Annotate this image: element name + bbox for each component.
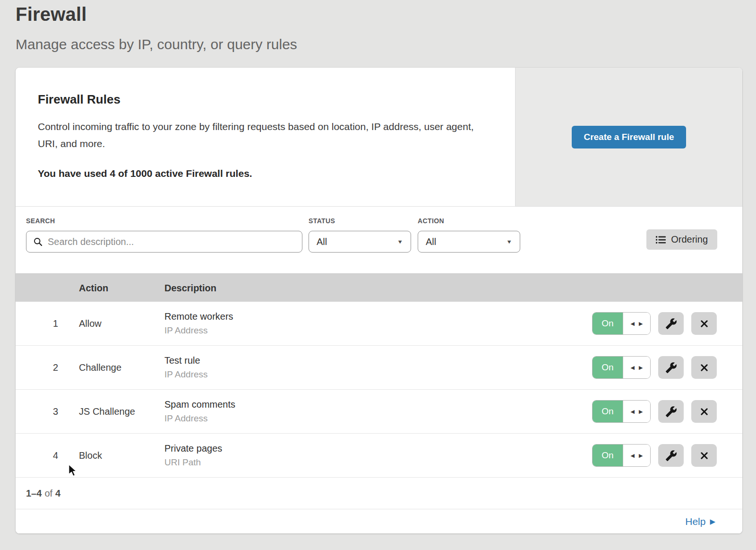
- wrench-icon: [665, 318, 677, 330]
- pagination-total: 4: [55, 488, 60, 499]
- intro-section: Firewall Rules Control incoming traffic …: [16, 68, 742, 207]
- toggle-arrows-icon: ◀ ▶: [623, 357, 650, 378]
- table-row: 1 Allow Remote workers IP Address On ◀ ▶: [16, 302, 742, 346]
- ordering-list-icon: [656, 236, 666, 244]
- rule-field-type: IP Address: [164, 413, 235, 424]
- delete-rule-button[interactable]: [691, 400, 717, 423]
- create-firewall-rule-button[interactable]: Create a Firewall rule: [572, 126, 686, 148]
- rule-action: Block: [79, 450, 102, 461]
- search-input[interactable]: [48, 236, 295, 247]
- card-footer: Help ▶: [16, 509, 742, 533]
- delete-rule-button[interactable]: [691, 356, 717, 379]
- toggle-arrows-icon: ◀ ▶: [623, 445, 650, 466]
- rule-action: Challenge: [79, 362, 121, 373]
- edit-rule-button[interactable]: [658, 312, 684, 335]
- usage-summary: You have used 4 of 1000 active Firewall …: [38, 168, 487, 179]
- rule-description: Test rule IP Address: [164, 355, 208, 380]
- help-link-label: Help: [685, 516, 705, 527]
- search-label: SEARCH: [26, 217, 302, 225]
- pagination-bar: 1–4 of 4: [16, 478, 742, 509]
- rule-description: Spam comments IP Address: [164, 399, 235, 424]
- close-icon: [699, 451, 709, 461]
- rule-priority: 2: [34, 362, 58, 373]
- toggle-on-label: On: [593, 313, 623, 334]
- edit-rule-button[interactable]: [658, 400, 684, 423]
- delete-rule-button[interactable]: [691, 444, 717, 467]
- rule-enabled-toggle[interactable]: On ◀ ▶: [592, 444, 651, 467]
- status-select[interactable]: All ▼: [309, 231, 411, 253]
- delete-rule-button[interactable]: [691, 312, 717, 335]
- toggle-arrows-icon: ◀ ▶: [623, 401, 650, 422]
- rule-enabled-toggle[interactable]: On ◀ ▶: [592, 356, 651, 379]
- action-select[interactable]: All ▼: [418, 231, 520, 253]
- table-row: 4 Block Private pages URI Path On ◀ ▶: [16, 434, 742, 478]
- page-header: Firewall Manage access by IP, country, o…: [16, 4, 297, 52]
- rule-description: Remote workers IP Address: [164, 311, 233, 336]
- page-title: Firewall: [16, 4, 297, 25]
- table-header: Action Description: [16, 273, 742, 302]
- rule-field-type: IP Address: [164, 325, 233, 336]
- wrench-icon: [665, 450, 677, 462]
- chevron-down-icon: ▼: [397, 239, 403, 245]
- table-row: 2 Challenge Test rule IP Address On ◀ ▶: [16, 346, 742, 390]
- rule-action: Allow: [79, 318, 102, 329]
- close-icon: [699, 363, 709, 373]
- toggle-arrows-icon: ◀ ▶: [623, 313, 650, 334]
- intro-text-panel: Firewall Rules Control incoming traffic …: [16, 68, 515, 206]
- search-box[interactable]: [26, 231, 302, 253]
- rule-description-title: Private pages: [164, 443, 222, 454]
- help-link[interactable]: Help ▶: [685, 516, 715, 527]
- toggle-on-label: On: [593, 357, 623, 378]
- section-heading: Firewall Rules: [38, 92, 487, 107]
- close-icon: [699, 407, 709, 417]
- toggle-on-label: On: [593, 445, 623, 466]
- wrench-icon: [665, 406, 677, 418]
- create-rule-panel: Create a Firewall rule: [515, 68, 742, 206]
- pagination-range: 1–4: [26, 488, 42, 499]
- rule-description-title: Spam comments: [164, 399, 235, 410]
- rule-field-type: URI Path: [164, 457, 222, 468]
- column-header-action: Action: [79, 282, 108, 293]
- rule-priority: 1: [34, 318, 58, 329]
- search-icon: [33, 237, 43, 247]
- rule-description-title: Remote workers: [164, 311, 233, 322]
- edit-rule-button[interactable]: [658, 356, 684, 379]
- rule-priority: 3: [34, 406, 58, 417]
- wrench-icon: [665, 362, 677, 374]
- action-filter-group: ACTION All ▼: [418, 217, 520, 253]
- ordering-button-label: Ordering: [671, 234, 708, 245]
- rule-description-title: Test rule: [164, 355, 208, 366]
- rule-action: JS Challenge: [79, 406, 135, 417]
- status-select-value: All: [317, 236, 327, 247]
- rule-enabled-toggle[interactable]: On ◀ ▶: [592, 312, 651, 335]
- search-filter-group: SEARCH: [26, 217, 302, 253]
- page-subtitle: Manage access by IP, country, or query r…: [16, 36, 297, 52]
- action-select-value: All: [426, 236, 436, 247]
- help-arrow-icon: ▶: [710, 517, 715, 526]
- filters-bar: SEARCH STATUS All ▼ ACTION: [16, 207, 742, 273]
- toggle-on-label: On: [593, 401, 623, 422]
- column-header-description: Description: [164, 282, 216, 293]
- rule-description: Private pages URI Path: [164, 443, 222, 468]
- action-label: ACTION: [418, 217, 520, 225]
- chevron-down-icon: ▼: [506, 239, 512, 245]
- ordering-button[interactable]: Ordering: [646, 229, 717, 250]
- rule-enabled-toggle[interactable]: On ◀ ▶: [592, 400, 651, 423]
- close-icon: [699, 319, 709, 329]
- pagination-of: of: [44, 488, 52, 499]
- status-filter-group: STATUS All ▼: [309, 217, 411, 253]
- section-description: Control incoming traffic to your zone by…: [38, 118, 487, 152]
- firewall-page: Firewall Manage access by IP, country, o…: [0, 0, 756, 550]
- firewall-rules-card: Firewall Rules Control incoming traffic …: [16, 68, 742, 533]
- edit-rule-button[interactable]: [658, 444, 684, 467]
- table-row: 3 JS Challenge Spam comments IP Address …: [16, 390, 742, 434]
- rule-priority: 4: [34, 450, 58, 461]
- status-label: STATUS: [309, 217, 411, 225]
- rule-field-type: IP Address: [164, 369, 208, 380]
